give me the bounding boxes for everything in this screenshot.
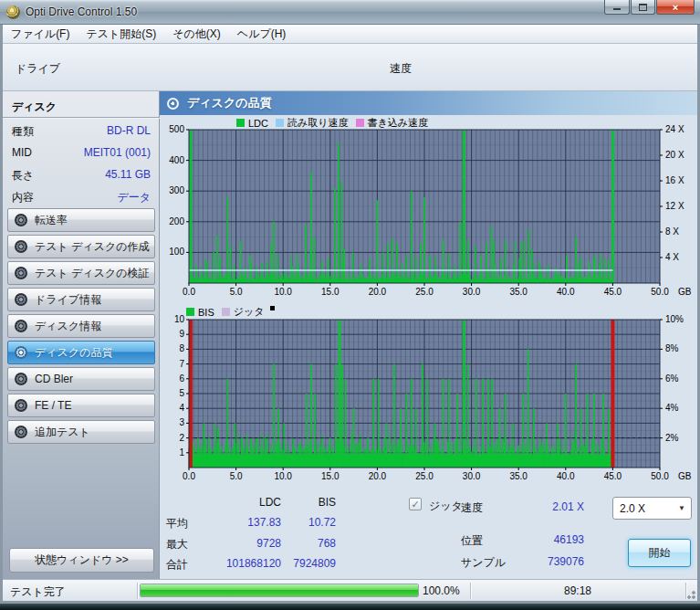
sidebar-item-create-test-disc[interactable]: テスト ディスクの作成 <box>7 235 155 258</box>
svg-text:6%: 6% <box>665 373 679 384</box>
disc-mid-label: MID <box>12 146 32 159</box>
sidebar-item-transfer-rate[interactable]: 転送率 <box>7 208 155 232</box>
elapsed-time: 89:18 <box>473 584 683 597</box>
disc-icon <box>15 346 27 359</box>
svg-text:50.0: 50.0 <box>651 471 669 481</box>
svg-text:400: 400 <box>169 155 184 165</box>
menu-start-test[interactable]: テスト開始(S) <box>78 25 164 43</box>
stat-max-bis: 768 <box>290 537 336 550</box>
sidebar-item-fe-te[interactable]: FE / TE <box>7 394 155 417</box>
svg-text:12 X: 12 X <box>665 201 684 211</box>
drive-label: ドライブ <box>16 61 60 77</box>
maximize-icon <box>639 4 647 11</box>
start-button[interactable]: 開始 <box>628 539 691 567</box>
disk-section-title: ディスク <box>12 100 57 115</box>
svg-text:15.0: 15.0 <box>321 287 340 297</box>
svg-text:5.0: 5.0 <box>230 287 243 297</box>
svg-text:GB: GB <box>678 471 692 481</box>
svg-text:40.0: 40.0 <box>557 287 575 297</box>
svg-text:25.0: 25.0 <box>415 471 434 481</box>
minimize-button[interactable] <box>604 0 630 15</box>
menu-file[interactable]: ファイル(F) <box>3 25 78 43</box>
svg-text:4%: 4% <box>665 403 679 413</box>
samples-value: 739076 <box>525 555 584 568</box>
svg-text:100: 100 <box>169 247 184 257</box>
ldc-chart-plot: 0.05.010.015.020.025.030.035.040.045.050… <box>160 115 697 304</box>
disc-content-value: データ <box>117 190 151 205</box>
title-bar[interactable]: Opti Drive Control 1.50 × <box>0 0 700 25</box>
sidebar-item-cd-bler[interactable]: CD Bler <box>7 367 155 391</box>
disc-content-row: 内容 データ <box>12 190 151 208</box>
sidebar-item-label: FE / TE <box>35 399 71 412</box>
sidebar-item-label: テスト ディスクの検証 <box>35 266 150 281</box>
current-speed-value: 2.01 X <box>525 500 584 513</box>
disc-type-value: BD-R DL <box>107 124 151 137</box>
speed-label: 速度 <box>390 61 412 77</box>
sidebar-item-label: テスト ディスクの作成 <box>35 239 150 255</box>
app-window: Opti Drive Control 1.50 × ファイル(F) テスト開始(… <box>0 0 700 604</box>
disc-icon <box>15 320 27 332</box>
close-button[interactable]: × <box>656 0 695 15</box>
menu-help[interactable]: ヘルプ(H) <box>229 25 295 43</box>
statusbar-separator <box>470 583 471 599</box>
svg-text:9: 9 <box>179 329 184 339</box>
sidebar: ディスク 種類 BD-R DL MID MEIT01 (001) 長さ 45.1… <box>3 91 160 579</box>
svg-text:16 X: 16 X <box>665 175 684 185</box>
menu-other[interactable]: その他(X) <box>164 25 229 43</box>
test-speed-select[interactable]: 2.0 X ▼ <box>612 497 692 520</box>
disc-size-label: 長さ <box>12 168 34 184</box>
progress-bar <box>140 584 419 597</box>
disc-icon <box>167 98 179 110</box>
disc-size-row: 長さ 45.11 GB <box>12 168 151 186</box>
menu-bar: ファイル(F) テスト開始(S) その他(X) ヘルプ(H) <box>3 25 697 44</box>
svg-text:15.0: 15.0 <box>321 471 340 481</box>
stat-average-bis: 10.72 <box>290 516 336 529</box>
samples-label: サンプル <box>461 555 506 571</box>
sidebar-item-disc-info[interactable]: ディスク情報 <box>7 314 155 338</box>
legend-swatch <box>222 308 230 316</box>
svg-text:20.0: 20.0 <box>369 287 387 297</box>
sidebar-item-extra-tests[interactable]: 追加テスト <box>7 420 155 444</box>
svg-text:25.0: 25.0 <box>415 287 434 297</box>
stats-col-ldc: LDC <box>249 496 281 509</box>
current-speed-label: 速度 <box>461 500 483 516</box>
svg-text:300: 300 <box>169 185 184 195</box>
status-bar: テスト完了 100.0% 89:18 <box>3 579 697 601</box>
sidebar-item-disc-quality[interactable]: ディスクの品質 <box>7 341 155 364</box>
jitter-checkbox[interactable]: ✓ <box>409 498 422 510</box>
ldc-chart: LDC 読み取り速度 書き込み速度 0.05.010.015.020.025.0… <box>160 115 697 304</box>
disc-icon <box>15 399 27 412</box>
position-label: 位置 <box>461 533 483 549</box>
maximize-button[interactable] <box>631 0 655 15</box>
jitter-checkbox-label: ジッタ <box>429 499 463 514</box>
status-window-button[interactable]: 状態ウィンドウ >> <box>9 548 154 573</box>
main-panel: ディスクの品質 LDC 読み取り速度 書き込み速度 0.05.010.015.0… <box>160 91 697 579</box>
legend-label: 読み取り速度 <box>287 116 349 130</box>
resize-grip[interactable] <box>684 588 695 599</box>
divider <box>3 117 160 118</box>
disc-icon <box>15 426 27 438</box>
svg-text:30.0: 30.0 <box>463 287 481 297</box>
sidebar-item-label: ディスク情報 <box>35 319 101 334</box>
legend-swatch <box>236 119 245 127</box>
svg-text:3: 3 <box>179 417 184 427</box>
sidebar-item-label: 転送率 <box>35 213 68 228</box>
app-icon <box>6 5 20 19</box>
svg-text:20 X: 20 X <box>665 150 684 160</box>
svg-text:1: 1 <box>179 447 184 458</box>
disc-icon <box>15 267 27 279</box>
svg-text:45.0: 45.0 <box>604 287 622 297</box>
svg-text:50.0: 50.0 <box>651 287 669 297</box>
sidebar-item-drive-info[interactable]: ドライブ情報 <box>7 288 155 311</box>
screen: Opti Drive Control 1.50 × ファイル(F) テスト開始(… <box>0 0 700 610</box>
svg-text:5.0: 5.0 <box>230 471 243 481</box>
svg-text:10.0: 10.0 <box>274 287 292 297</box>
legend-label: BIS <box>198 307 214 318</box>
test-speed-select-value: 2.0 X <box>620 502 645 515</box>
svg-text:5: 5 <box>179 388 184 398</box>
sidebar-item-verify-test-disc[interactable]: テスト ディスクの検証 <box>7 261 155 285</box>
svg-text:2: 2 <box>179 433 184 443</box>
bis-chart-legend: BIS ジッタ <box>186 306 275 318</box>
legend-swatch <box>276 119 284 127</box>
stat-total-bis: 7924809 <box>290 557 336 570</box>
